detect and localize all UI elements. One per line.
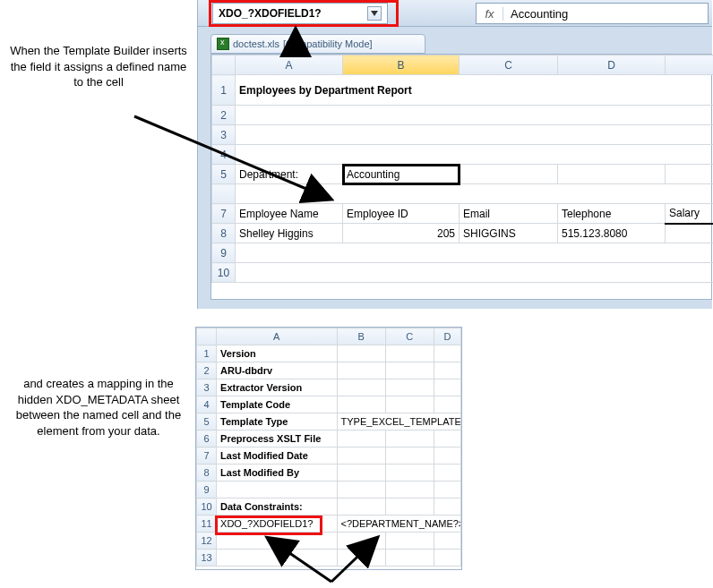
hdr-empid[interactable]: Employee ID xyxy=(343,204,460,224)
cell[interactable] xyxy=(558,165,666,184)
cell[interactable] xyxy=(217,550,337,567)
cell[interactable] xyxy=(434,533,460,550)
row-header[interactable] xyxy=(212,184,236,204)
row-header[interactable]: 8 xyxy=(197,464,217,481)
hdr-email[interactable]: Email xyxy=(460,204,558,224)
row-header[interactable]: 8 xyxy=(212,224,236,243)
report-title[interactable]: Employees by Department Report xyxy=(236,75,714,106)
row-header[interactable]: 10 xyxy=(197,499,217,516)
r8-id[interactable]: 205 xyxy=(343,224,460,243)
cell[interactable] xyxy=(337,396,385,413)
row-header[interactable]: 6 xyxy=(197,430,217,447)
cell[interactable] xyxy=(236,243,714,263)
hdr-salary[interactable]: Salary xyxy=(666,204,714,224)
row-header[interactable]: 4 xyxy=(197,396,217,413)
cell[interactable] xyxy=(217,533,337,550)
cell[interactable]: Data Constraints: xyxy=(217,499,337,516)
cell[interactable] xyxy=(434,345,460,362)
cell[interactable]: Template Code xyxy=(217,396,337,413)
cell[interactable] xyxy=(385,362,434,379)
row-header[interactable]: 11 xyxy=(197,516,217,533)
r8-salary[interactable] xyxy=(666,224,714,243)
cell[interactable] xyxy=(385,396,434,413)
col-header-c[interactable]: C xyxy=(460,55,558,75)
cell[interactable]: ARU-dbdrv xyxy=(217,362,337,379)
worksheet-main[interactable]: A B C D 1 Employees by Department Report… xyxy=(210,54,712,300)
row-header[interactable]: 10 xyxy=(212,263,236,283)
col-header-c[interactable]: C xyxy=(385,328,434,345)
row-header[interactable]: 9 xyxy=(197,481,217,499)
cell[interactable] xyxy=(385,464,434,481)
row-header[interactable]: 4 xyxy=(212,145,236,165)
cell[interactable] xyxy=(337,379,385,396)
row-header[interactable]: 5 xyxy=(212,165,236,184)
cell-xdofield[interactable]: XDO_?XDOFIELD1? xyxy=(217,516,337,533)
cell[interactable] xyxy=(385,499,434,516)
cell[interactable] xyxy=(337,533,385,550)
cell[interactable] xyxy=(666,165,714,184)
col-header-a[interactable]: A xyxy=(236,55,343,75)
cell[interactable] xyxy=(434,550,460,567)
cell[interactable] xyxy=(236,184,714,204)
cell[interactable] xyxy=(434,447,460,464)
cell[interactable] xyxy=(217,481,337,499)
cell[interactable] xyxy=(385,447,434,464)
cell[interactable] xyxy=(337,481,385,499)
cell[interactable] xyxy=(236,145,714,165)
select-all-corner[interactable] xyxy=(197,328,217,345)
cell[interactable]: TYPE_EXCEL_TEMPLATE xyxy=(337,413,460,430)
row-header[interactable]: 13 xyxy=(197,550,217,567)
cell[interactable] xyxy=(434,396,460,413)
cell[interactable]: Version xyxy=(217,345,337,362)
row-header[interactable]: 1 xyxy=(212,75,236,106)
hdr-tel[interactable]: Telephone xyxy=(558,204,666,224)
cell[interactable] xyxy=(385,430,434,447)
dept-label-cell[interactable]: Department: xyxy=(236,165,343,184)
cell[interactable] xyxy=(385,550,434,567)
cell[interactable] xyxy=(434,464,460,481)
name-box-dropdown[interactable] xyxy=(367,6,382,21)
col-header-b[interactable]: B xyxy=(337,328,385,345)
row-header[interactable]: 3 xyxy=(197,379,217,396)
cell[interactable] xyxy=(434,481,460,499)
col-header-b[interactable]: B xyxy=(343,55,460,75)
cell[interactable] xyxy=(385,379,434,396)
row-header[interactable]: 2 xyxy=(212,106,236,125)
cell[interactable]: Template Type xyxy=(217,413,337,430)
r8-email[interactable]: SHIGGINS xyxy=(460,224,558,243)
cell[interactable] xyxy=(337,362,385,379)
cell[interactable] xyxy=(337,447,385,464)
row-header[interactable]: 3 xyxy=(212,125,236,145)
cell[interactable] xyxy=(434,379,460,396)
row-header[interactable]: 1 xyxy=(197,345,217,362)
row-header[interactable]: 9 xyxy=(212,243,236,263)
row-header[interactable]: 7 xyxy=(212,204,236,224)
workbook-tab[interactable]: doctest.xls [Compatibility Mode] xyxy=(210,34,425,54)
cell[interactable]: Preprocess XSLT File xyxy=(217,430,337,447)
cell[interactable]: Extractor Version xyxy=(217,379,337,396)
r8-name[interactable]: Shelley Higgins xyxy=(236,224,343,243)
cell[interactable] xyxy=(385,533,434,550)
row-header[interactable]: 2 xyxy=(197,362,217,379)
cell[interactable] xyxy=(385,345,434,362)
hdr-empname[interactable]: Employee Name xyxy=(236,204,343,224)
cell[interactable] xyxy=(434,499,460,516)
cell-deptname[interactable]: <?DEPARTMENT_NAME?> xyxy=(337,516,460,533)
cell[interactable] xyxy=(434,362,460,379)
col-header-d[interactable]: D xyxy=(434,328,460,345)
cell[interactable] xyxy=(337,550,385,567)
cell[interactable] xyxy=(337,464,385,481)
col-header-d[interactable]: D xyxy=(558,55,666,75)
cell[interactable] xyxy=(236,263,714,283)
cell[interactable] xyxy=(337,430,385,447)
col-header-a[interactable]: A xyxy=(217,328,337,345)
name-box[interactable]: XDO_?XDOFIELD1? xyxy=(212,3,388,24)
formula-bar[interactable]: fx Accounting xyxy=(476,3,709,24)
cell[interactable]: Last Modified Date xyxy=(217,447,337,464)
select-all-corner[interactable] xyxy=(212,55,236,75)
cell[interactable] xyxy=(460,165,558,184)
col-header-extra[interactable] xyxy=(666,55,714,75)
cell[interactable] xyxy=(337,345,385,362)
row-header[interactable]: 12 xyxy=(197,533,217,550)
cell[interactable] xyxy=(337,499,385,516)
